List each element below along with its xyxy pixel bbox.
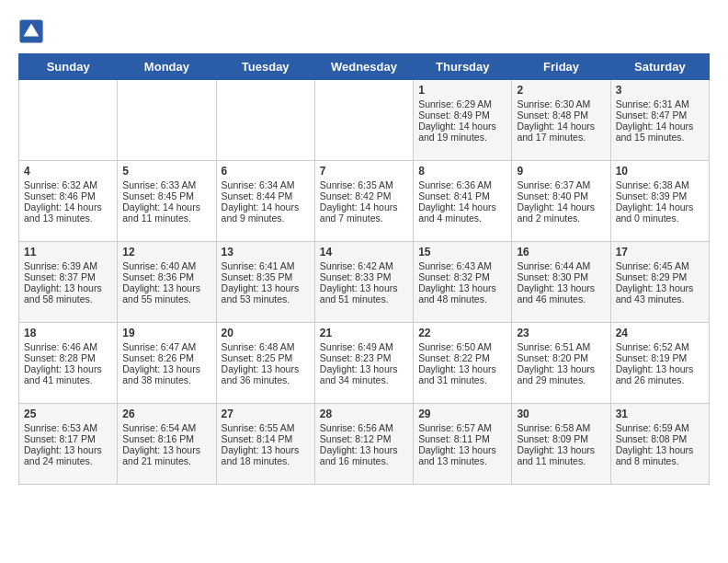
day-info: Daylight: 13 hours xyxy=(24,363,112,374)
logo-icon xyxy=(18,18,44,44)
day-info: Sunset: 8:08 PM xyxy=(616,433,704,444)
day-info: Sunset: 8:26 PM xyxy=(122,352,210,363)
day-cell: 6Sunrise: 6:34 AMSunset: 8:44 PMDaylight… xyxy=(216,161,314,242)
day-info: Daylight: 13 hours xyxy=(616,282,704,293)
week-row-2: 4Sunrise: 6:32 AMSunset: 8:46 PMDaylight… xyxy=(19,161,710,242)
day-info: and 0 minutes. xyxy=(616,213,704,224)
day-info: and 11 minutes. xyxy=(517,455,605,466)
day-info: Daylight: 13 hours xyxy=(320,363,408,374)
day-info: Sunset: 8:20 PM xyxy=(517,352,605,363)
day-info: Daylight: 13 hours xyxy=(24,444,112,455)
day-info: Daylight: 13 hours xyxy=(418,363,506,374)
day-info: and 38 minutes. xyxy=(122,374,210,385)
day-info: and 15 minutes. xyxy=(616,132,704,143)
day-cell: 18Sunrise: 6:46 AMSunset: 8:28 PMDayligh… xyxy=(19,323,118,404)
day-number: 19 xyxy=(122,327,210,339)
day-info: Sunset: 8:09 PM xyxy=(517,433,605,444)
day-number: 13 xyxy=(222,246,310,259)
day-info: Sunset: 8:36 PM xyxy=(122,271,210,282)
day-cell: 21Sunrise: 6:49 AMSunset: 8:23 PMDayligh… xyxy=(314,323,413,404)
day-info: Daylight: 14 hours xyxy=(517,201,605,213)
week-row-5: 25Sunrise: 6:53 AMSunset: 8:17 PMDayligh… xyxy=(19,404,710,485)
day-info: Sunset: 8:46 PM xyxy=(24,190,112,201)
day-info: Sunrise: 6:55 AM xyxy=(222,422,310,433)
day-info: Sunset: 8:16 PM xyxy=(122,433,210,444)
day-number: 7 xyxy=(320,165,408,178)
day-cell: 26Sunrise: 6:54 AMSunset: 8:16 PMDayligh… xyxy=(118,404,216,485)
day-info: Sunset: 8:29 PM xyxy=(616,271,704,282)
day-number: 21 xyxy=(320,327,408,339)
day-info: Daylight: 13 hours xyxy=(320,444,408,455)
day-number: 22 xyxy=(418,327,506,339)
day-info: and 13 minutes. xyxy=(418,455,506,466)
day-cell: 7Sunrise: 6:35 AMSunset: 8:42 PMDaylight… xyxy=(314,161,413,242)
day-info: Sunset: 8:28 PM xyxy=(24,352,112,363)
day-info: Sunrise: 6:39 AM xyxy=(24,260,112,271)
day-cell: 1Sunrise: 6:29 AMSunset: 8:49 PMDaylight… xyxy=(414,80,512,161)
day-number: 12 xyxy=(122,246,210,259)
day-number: 15 xyxy=(418,246,506,259)
day-info: Daylight: 13 hours xyxy=(616,363,704,374)
day-cell: 20Sunrise: 6:48 AMSunset: 8:25 PMDayligh… xyxy=(216,323,314,404)
day-number: 24 xyxy=(616,327,704,339)
day-info: and 13 minutes. xyxy=(24,213,112,224)
day-cell: 27Sunrise: 6:55 AMSunset: 8:14 PMDayligh… xyxy=(216,404,314,485)
day-cell: 10Sunrise: 6:38 AMSunset: 8:39 PMDayligh… xyxy=(610,161,709,242)
day-info: Daylight: 14 hours xyxy=(24,201,112,213)
day-info: Sunset: 8:44 PM xyxy=(222,190,310,201)
day-cell: 3Sunrise: 6:31 AMSunset: 8:47 PMDaylight… xyxy=(610,80,709,161)
day-info: Sunrise: 6:45 AM xyxy=(616,260,704,271)
day-info: and 18 minutes. xyxy=(222,455,310,466)
day-cell: 2Sunrise: 6:30 AMSunset: 8:48 PMDaylight… xyxy=(512,80,610,161)
day-header-tuesday: Tuesday xyxy=(216,54,314,80)
day-info: Sunrise: 6:36 AM xyxy=(418,179,506,190)
day-number: 10 xyxy=(616,165,704,178)
day-number: 8 xyxy=(418,165,506,178)
day-info: Daylight: 14 hours xyxy=(418,121,506,132)
logo xyxy=(18,18,48,44)
day-info: Sunrise: 6:38 AM xyxy=(616,179,704,190)
day-cell: 14Sunrise: 6:42 AMSunset: 8:33 PMDayligh… xyxy=(314,242,413,323)
day-info: Sunset: 8:14 PM xyxy=(222,433,310,444)
day-info: Sunset: 8:49 PM xyxy=(418,109,506,121)
day-info: Sunrise: 6:59 AM xyxy=(616,422,704,433)
day-info: and 7 minutes. xyxy=(320,213,408,224)
day-header-friday: Friday xyxy=(512,54,610,80)
day-number: 1 xyxy=(418,84,506,97)
day-number: 28 xyxy=(320,408,408,420)
day-info: Daylight: 13 hours xyxy=(24,282,112,293)
day-info: Sunrise: 6:43 AM xyxy=(418,260,506,271)
day-info: Daylight: 14 hours xyxy=(616,201,704,213)
day-info: Daylight: 13 hours xyxy=(222,282,310,293)
day-info: and 16 minutes. xyxy=(320,455,408,466)
day-info: Daylight: 13 hours xyxy=(320,282,408,293)
day-info: Sunrise: 6:31 AM xyxy=(616,98,704,109)
day-info: Sunset: 8:19 PM xyxy=(616,352,704,363)
day-info: and 36 minutes. xyxy=(222,374,310,385)
day-info: and 26 minutes. xyxy=(616,374,704,385)
day-number: 20 xyxy=(222,327,310,339)
day-info: Sunrise: 6:50 AM xyxy=(418,341,506,352)
day-info: Sunrise: 6:58 AM xyxy=(517,422,605,433)
day-info: Sunset: 8:37 PM xyxy=(24,271,112,282)
day-number: 4 xyxy=(24,165,112,178)
day-cell: 28Sunrise: 6:56 AMSunset: 8:12 PMDayligh… xyxy=(314,404,413,485)
day-info: Sunset: 8:23 PM xyxy=(320,352,408,363)
day-info: Sunset: 8:22 PM xyxy=(418,352,506,363)
day-info: Sunrise: 6:57 AM xyxy=(418,422,506,433)
day-cell: 11Sunrise: 6:39 AMSunset: 8:37 PMDayligh… xyxy=(19,242,118,323)
day-header-saturday: Saturday xyxy=(610,54,709,80)
day-cell: 4Sunrise: 6:32 AMSunset: 8:46 PMDaylight… xyxy=(19,161,118,242)
day-info: and 58 minutes. xyxy=(24,293,112,304)
day-info: Daylight: 13 hours xyxy=(122,282,210,293)
day-cell xyxy=(216,80,314,161)
day-number: 25 xyxy=(24,408,112,420)
day-cell: 22Sunrise: 6:50 AMSunset: 8:22 PMDayligh… xyxy=(414,323,512,404)
day-info: Sunrise: 6:29 AM xyxy=(418,98,506,109)
day-number: 29 xyxy=(418,408,506,420)
day-info: Sunrise: 6:49 AM xyxy=(320,341,408,352)
days-header-row: SundayMondayTuesdayWednesdayThursdayFrid… xyxy=(19,54,710,80)
day-info: and 21 minutes. xyxy=(122,455,210,466)
day-info: Sunset: 8:35 PM xyxy=(222,271,310,282)
day-info: and 53 minutes. xyxy=(222,293,310,304)
